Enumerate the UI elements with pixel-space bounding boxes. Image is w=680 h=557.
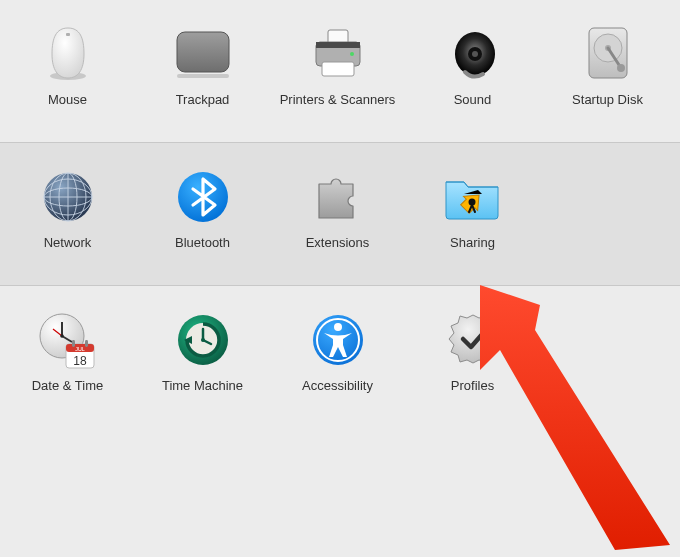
trackpad-icon: [135, 18, 270, 90]
prefpane-trackpad[interactable]: Trackpad: [135, 18, 270, 134]
svg-point-42: [334, 323, 342, 331]
prefpane-label: Bluetooth: [135, 235, 270, 263]
prefpane-accessibility[interactable]: Accessibility: [270, 304, 405, 420]
prefs-row-2: Network Bluetooth: [0, 143, 680, 286]
svg-point-29: [60, 334, 64, 338]
prefpane-extensions[interactable]: Extensions: [270, 161, 405, 277]
svg-rect-33: [85, 340, 88, 347]
svg-rect-1: [66, 33, 70, 36]
prefpane-network[interactable]: Network: [0, 161, 135, 277]
prefpane-label: Printers & Scanners: [270, 92, 405, 120]
mouse-icon: [0, 18, 135, 90]
prefpane-label: Mouse: [0, 92, 135, 120]
prefpane-profiles[interactable]: Profiles: [405, 304, 540, 420]
svg-rect-7: [322, 62, 354, 76]
prefpane-label: Accessibility: [270, 378, 405, 406]
svg-rect-2: [177, 32, 229, 72]
svg-point-39: [201, 338, 205, 342]
prefpane-label: Startup Disk: [540, 92, 675, 120]
speaker-icon: [405, 18, 540, 90]
prefpane-mouse[interactable]: Mouse: [0, 18, 135, 134]
prefpane-startup-disk[interactable]: Startup Disk: [540, 18, 675, 134]
profiles-badge-icon: [405, 304, 540, 376]
prefpane-label: Sound: [405, 92, 540, 120]
prefpane-label: Date & Time: [0, 378, 135, 406]
printer-icon: [270, 18, 405, 90]
network-globe-icon: [0, 161, 135, 233]
prefpane-label: Sharing: [405, 235, 540, 263]
svg-rect-3: [177, 74, 229, 78]
prefpane-label: Time Machine: [135, 378, 270, 406]
bluetooth-icon: [135, 161, 270, 233]
prefpane-label: Profiles: [405, 378, 540, 406]
prefpane-label: Network: [0, 235, 135, 263]
svg-rect-6: [316, 42, 360, 48]
prefpane-time-machine[interactable]: Time Machine: [135, 304, 270, 420]
calendar-day-text: 18: [73, 354, 87, 368]
accessibility-icon: [270, 304, 405, 376]
svg-point-15: [617, 64, 625, 72]
time-machine-icon: [135, 304, 270, 376]
svg-point-8: [350, 52, 354, 56]
clock-calendar-icon: JUL 18: [0, 304, 135, 376]
puzzle-piece-icon: [270, 161, 405, 233]
prefs-row-1: Mouse Trackpad: [0, 0, 680, 143]
prefpane-date-time[interactable]: JUL 18 Date & Time: [0, 304, 135, 420]
prefpane-bluetooth[interactable]: Bluetooth: [135, 161, 270, 277]
prefpane-printers-scanners[interactable]: Printers & Scanners: [270, 18, 405, 134]
sharing-folder-icon: [405, 161, 540, 233]
svg-point-11: [472, 51, 478, 57]
prefpane-label: Trackpad: [135, 92, 270, 120]
prefs-row-3: JUL 18 Date & Time: [0, 286, 680, 428]
prefpane-label: Extensions: [270, 235, 405, 263]
calendar-month-text: JUL: [75, 346, 84, 352]
hard-drive-icon: [540, 18, 675, 90]
prefpane-sharing[interactable]: Sharing: [405, 161, 540, 277]
prefpane-sound[interactable]: Sound: [405, 18, 540, 134]
